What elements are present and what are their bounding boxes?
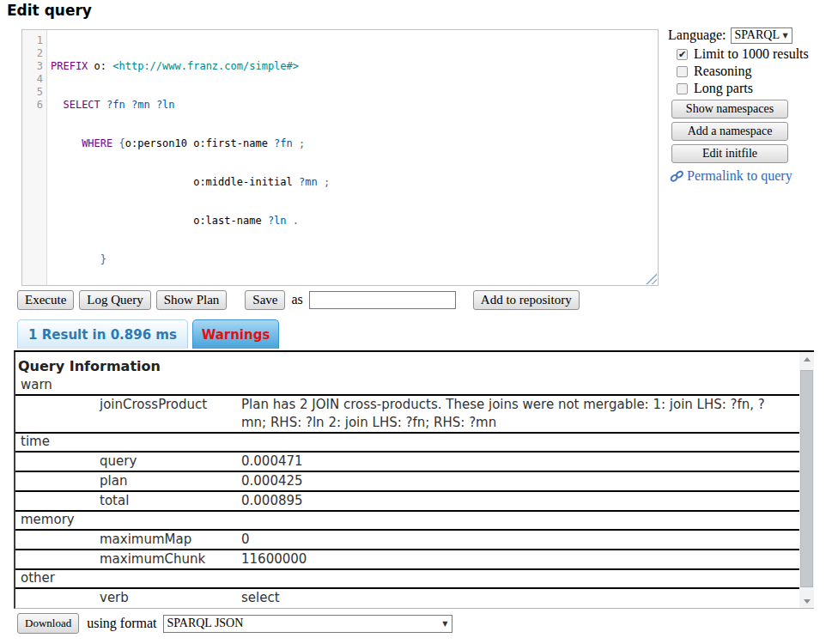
long-parts-option: Long parts — [677, 81, 838, 96]
code-bracket: } — [100, 253, 106, 265]
download-format-select[interactable]: SPARQL JSON ▼ — [163, 615, 452, 633]
code-text: o:middle-initial — [51, 176, 299, 188]
table-section-row-warn: warn — [15, 377, 799, 396]
section-label: memory — [21, 512, 75, 527]
code-punctuation: . — [287, 215, 299, 227]
code-text — [100, 99, 106, 111]
table-row-maximumChunk: maximumChunk 11600000 — [15, 550, 799, 570]
checkbox-label: Reasoning — [694, 64, 752, 79]
limit-results-checkbox[interactable]: ✔ — [677, 49, 688, 60]
query-information-panel: Query Information warn joinCrossProduct … — [14, 350, 814, 609]
row-value: select — [241, 589, 774, 607]
line-number: 2 — [22, 47, 43, 60]
reasoning-checkbox[interactable] — [677, 66, 688, 77]
table-row-plan: plan 0.000425 — [15, 472, 799, 492]
language-select-value: SPARQL — [735, 28, 780, 42]
code-keyword: WHERE — [82, 137, 112, 149]
limit-results-option: ✔ Limit to 1000 results — [677, 46, 838, 62]
row-value: 0.000471 — [241, 453, 774, 471]
table-row-maximumMap: maximumMap 0 — [15, 531, 799, 550]
checkbox-label: Long parts — [694, 81, 753, 96]
row-key: maximumMap — [100, 531, 241, 549]
row-value: 0.000895 — [241, 492, 774, 510]
show-namespaces-button[interactable]: Show namespaces — [671, 100, 788, 118]
query-information-content: Query Information warn joinCrossProduct … — [15, 352, 799, 607]
add-namespace-button[interactable]: Add a namespace — [671, 122, 788, 141]
row-key: total — [100, 492, 241, 510]
add-to-repository-button[interactable]: Add to repository — [473, 290, 580, 310]
save-button[interactable]: Save — [245, 290, 285, 310]
code-text — [150, 99, 156, 111]
code-text: o:person10 o:first-name — [125, 137, 274, 149]
code-text — [51, 99, 63, 111]
query-toolbar: Execute Log Query Show Plan Save as Add … — [17, 289, 580, 310]
code-line: SELECT ?fn ?mn ?ln — [51, 99, 658, 112]
page-title: Edit query — [7, 2, 92, 19]
code-text — [51, 253, 100, 265]
code-punctuation: ; — [293, 137, 305, 149]
results-tab-bar: 1 Result in 0.896 ms Warnings — [17, 319, 279, 349]
scroll-up-button[interactable] — [799, 352, 814, 366]
scroll-down-arrow-icon — [804, 599, 811, 604]
language-row: Language: SPARQL ▼ — [668, 27, 838, 44]
code-bracket: { — [118, 137, 124, 149]
code-variable: ?ln — [268, 215, 287, 227]
table-section-row-other: other — [15, 570, 799, 589]
edit-initfile-button[interactable]: Edit initfile — [671, 144, 788, 163]
line-number: 6 — [22, 99, 43, 112]
code-line: o:middle-initial ?mn ; — [51, 176, 658, 189]
code-keyword: PREFIX — [51, 60, 88, 72]
row-key: maximumChunk — [100, 550, 241, 568]
section-label: warn — [21, 377, 52, 392]
code-variable: ?mn — [131, 99, 150, 111]
code-punctuation: ; — [318, 176, 330, 188]
row-value: Plan has 2 JOIN cross-products. These jo… — [241, 396, 774, 432]
tab-results[interactable]: 1 Result in 0.896 ms — [17, 319, 188, 349]
code-text — [51, 137, 82, 149]
scrollbar-thumb[interactable] — [800, 370, 813, 587]
permalink-chain-icon — [670, 170, 684, 183]
check-icon: ✔ — [678, 50, 686, 59]
execute-button[interactable]: Execute — [17, 290, 74, 310]
code-line: o:last-name ?ln . — [51, 215, 658, 228]
tab-warnings[interactable]: Warnings — [192, 319, 279, 349]
permalink-label: Permalink to query — [687, 168, 792, 184]
permalink-to-query-link[interactable]: Permalink to query — [670, 168, 838, 184]
code-line: PREFIX o: <http://www.franz.com/simple#> — [51, 60, 658, 73]
download-bar: Download using format SPARQL JSON ▼ — [17, 613, 452, 634]
download-button[interactable]: Download — [17, 613, 79, 634]
sparql-query-editor[interactable]: 1 2 3 4 5 6 PREFIX o: <http://www.franz.… — [21, 29, 659, 286]
code-area[interactable]: PREFIX o: <http://www.franz.com/simple#>… — [47, 30, 658, 285]
log-query-button[interactable]: Log Query — [79, 290, 150, 310]
line-number: 1 — [22, 34, 43, 47]
row-key: verb — [100, 589, 241, 607]
line-number: 5 — [22, 86, 43, 99]
table-row-verb: verb select — [15, 589, 799, 607]
tab-results-label: 1 Result in 0.896 ms — [28, 327, 177, 343]
section-label: time — [21, 434, 50, 449]
code-line: } — [51, 253, 658, 266]
save-name-input[interactable] — [309, 291, 456, 309]
row-value: 0.000425 — [241, 472, 774, 490]
code-text: o: — [88, 60, 112, 72]
table-row-query: query 0.000471 — [15, 453, 799, 472]
scroll-down-button[interactable] — [799, 594, 814, 608]
vertical-scrollbar[interactable] — [799, 352, 814, 608]
long-parts-checkbox[interactable] — [677, 83, 688, 94]
scroll-up-arrow-icon — [804, 357, 811, 361]
show-plan-button[interactable]: Show Plan — [156, 290, 228, 310]
code-text — [125, 99, 131, 111]
table-section-row-memory: memory — [15, 512, 799, 531]
dropdown-arrow-icon: ▼ — [782, 32, 787, 39]
code-text: o:last-name — [51, 215, 268, 227]
language-select[interactable]: SPARQL ▼ — [731, 27, 792, 44]
save-as-label: as — [291, 292, 302, 307]
section-label: other — [21, 570, 55, 586]
tab-warnings-label: Warnings — [202, 327, 270, 343]
using-format-label: using format — [87, 616, 156, 631]
code-variable: ?fn — [106, 99, 125, 111]
table-section-row-time: time — [15, 434, 799, 453]
code-variable: ?mn — [299, 176, 318, 188]
checkbox-label: Limit to 1000 results — [694, 46, 809, 62]
query-options-panel: Language: SPARQL ▼ ✔ Limit to 1000 resul… — [668, 27, 838, 184]
